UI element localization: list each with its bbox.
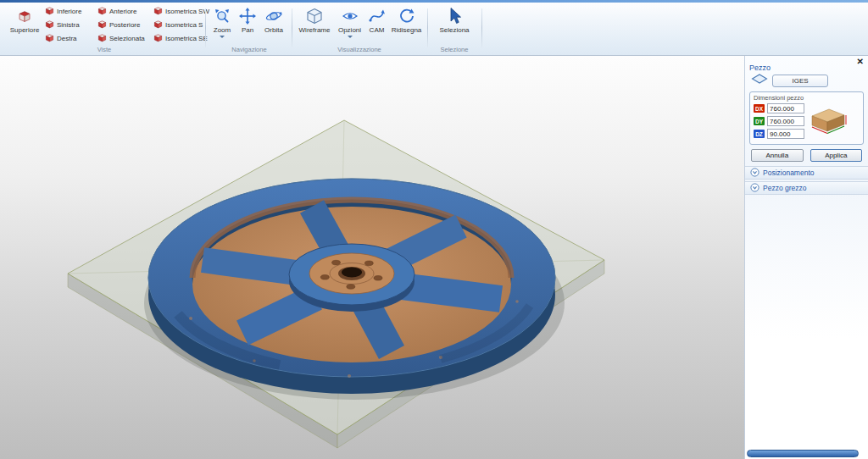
zoom-label: Zoom bbox=[214, 26, 231, 34]
slab-diamond-icon bbox=[751, 73, 768, 88]
view-isometrica-sw-button[interactable]: Isometrica SW bbox=[153, 5, 204, 17]
view-destra-button[interactable]: Destra bbox=[45, 32, 94, 44]
seleziona-button[interactable]: Seleziona bbox=[432, 5, 476, 45]
pezzo-panel: Pezzo ✕ IGES Dimensioni pezzo DX DY bbox=[744, 56, 868, 459]
dx-row: DX bbox=[754, 103, 804, 113]
toolpath-icon bbox=[368, 7, 387, 25]
view-posteriore-label: Posteriore bbox=[109, 21, 140, 29]
group-label-visualizzazione: Visualizzazione bbox=[295, 46, 424, 53]
viewport-3d[interactable] bbox=[0, 56, 744, 459]
view-destra-label: Destra bbox=[57, 35, 77, 42]
scene-svg bbox=[0, 56, 744, 459]
section-posizionamento[interactable]: Posizionamento bbox=[745, 166, 868, 180]
dropdown-caret-icon bbox=[348, 36, 353, 38]
dialog-buttons: Annulla Applica bbox=[751, 149, 862, 162]
cursor-arrow-icon bbox=[446, 7, 463, 25]
dy-input[interactable] bbox=[767, 116, 804, 126]
application-window: Superiore Inferiore Sinistra Destra Ante… bbox=[0, 0, 868, 459]
view-cube-icon bbox=[97, 33, 107, 44]
pan-label: Pan bbox=[242, 26, 253, 34]
view-isometrica-se-label: Isometrica SE bbox=[165, 35, 208, 42]
view-superiore-label: Superiore bbox=[10, 26, 40, 34]
view-superiore-button[interactable]: Superiore bbox=[7, 5, 42, 45]
dz-input[interactable] bbox=[767, 129, 804, 139]
orbita-label: Orbita bbox=[264, 26, 283, 34]
view-cube-icon bbox=[97, 6, 107, 17]
view-sinistra-button[interactable]: Sinistra bbox=[45, 19, 94, 30]
chevron-down-circle-icon bbox=[750, 183, 760, 194]
opzioni-label: Opzioni bbox=[338, 26, 361, 34]
ridisegna-button[interactable]: Ridisegna bbox=[389, 5, 424, 45]
view-cube-icon bbox=[153, 33, 163, 44]
ribbon-group-visualizzazione: Wireframe Opzioni CAM Ridisegna bbox=[295, 3, 424, 54]
orbit-icon bbox=[264, 7, 283, 25]
view-cube-icon bbox=[153, 19, 163, 30]
ridisegna-label: Ridisegna bbox=[392, 26, 422, 34]
wireframe-button[interactable]: Wireframe bbox=[295, 5, 334, 45]
eye-icon bbox=[341, 7, 359, 25]
applica-button[interactable]: Applica bbox=[810, 149, 863, 162]
format-select[interactable]: IGES bbox=[772, 75, 828, 87]
section-pezzo-grezzo-label: Pezzo grezzo bbox=[763, 184, 807, 192]
view-cube-icon bbox=[153, 6, 163, 17]
view-cube-top-icon bbox=[18, 7, 31, 25]
wireframe-cube-icon bbox=[305, 7, 324, 25]
ribbon-group-selezione: Seleziona Selezione bbox=[431, 3, 478, 54]
zoom-icon bbox=[213, 7, 231, 25]
view-selezionata-button[interactable]: Selezionata bbox=[97, 32, 150, 44]
view-cube-icon bbox=[45, 33, 54, 44]
dz-row: DZ bbox=[754, 129, 804, 139]
group-separator bbox=[292, 8, 292, 47]
opzioni-button[interactable]: Opzioni bbox=[335, 5, 364, 45]
dz-axis-badge: DZ bbox=[754, 130, 765, 138]
view-cube-icon bbox=[45, 19, 54, 30]
group-label-selezione: Selezione bbox=[431, 46, 478, 53]
cam-label: CAM bbox=[370, 26, 385, 34]
seleziona-label: Seleziona bbox=[439, 26, 469, 34]
view-anteriore-button[interactable]: Anteriore bbox=[97, 5, 150, 17]
group-separator bbox=[205, 8, 206, 47]
dx-input[interactable] bbox=[767, 103, 804, 113]
pan-icon bbox=[238, 7, 257, 25]
view-anteriore-label: Anteriore bbox=[109, 8, 136, 15]
group-label-viste: Viste bbox=[5, 46, 203, 53]
collapsed-bottom-bar[interactable] bbox=[747, 450, 859, 457]
dropdown-caret-icon bbox=[220, 36, 225, 38]
view-cube-icon bbox=[45, 6, 54, 17]
pan-button[interactable]: Pan bbox=[236, 5, 259, 45]
ribbon-top-stripe bbox=[0, 0, 868, 3]
format-row: IGES bbox=[751, 73, 862, 88]
chevron-down-circle-icon bbox=[750, 168, 760, 179]
dx-axis-badge: DX bbox=[754, 104, 765, 113]
dy-row: DY bbox=[754, 116, 804, 126]
view-sinistra-label: Sinistra bbox=[57, 21, 80, 29]
zoom-button[interactable]: Zoom bbox=[209, 5, 236, 45]
view-isometrica-s-button[interactable]: Isometrica S bbox=[153, 19, 204, 30]
refresh-icon bbox=[398, 7, 416, 25]
group-separator bbox=[481, 8, 482, 47]
view-isometrica-se-button[interactable]: Isometrica SE bbox=[153, 32, 204, 44]
dimensions-groupbox: Dimensioni pezzo DX DY DZ bbox=[749, 91, 864, 145]
orbita-button[interactable]: Orbita bbox=[259, 5, 288, 45]
dimensions-title: Dimensioni pezzo bbox=[754, 94, 860, 102]
format-value: IGES bbox=[792, 77, 808, 85]
panel-header: Pezzo ✕ bbox=[745, 56, 868, 70]
view-isometrica-sw-label: Isometrica SW bbox=[165, 8, 209, 15]
panel-title: Pezzo bbox=[749, 64, 771, 72]
view-inferiore-button[interactable]: Inferiore bbox=[45, 5, 94, 17]
wheel-model[interactable] bbox=[144, 179, 565, 400]
section-posizionamento-label: Posizionamento bbox=[763, 169, 814, 177]
view-cube-icon bbox=[97, 19, 107, 30]
cam-button[interactable]: CAM bbox=[365, 5, 388, 45]
section-pezzo-grezzo[interactable]: Pezzo grezzo bbox=[745, 181, 868, 195]
view-isometrica-s-label: Isometrica S bbox=[165, 21, 203, 29]
ribbon-group-navigazione: Zoom Pan Orbita Navigazione bbox=[209, 3, 290, 54]
stock-preview-image bbox=[808, 105, 847, 141]
view-posteriore-button[interactable]: Posteriore bbox=[97, 19, 150, 30]
annulla-button[interactable]: Annulla bbox=[751, 149, 804, 162]
close-icon[interactable]: ✕ bbox=[857, 57, 864, 66]
group-label-navigazione: Navigazione bbox=[209, 46, 290, 53]
view-inferiore-label: Inferiore bbox=[57, 8, 81, 15]
ribbon-group-viste: Superiore Inferiore Sinistra Destra Ante… bbox=[5, 3, 203, 54]
wheel-hub bbox=[289, 244, 415, 312]
